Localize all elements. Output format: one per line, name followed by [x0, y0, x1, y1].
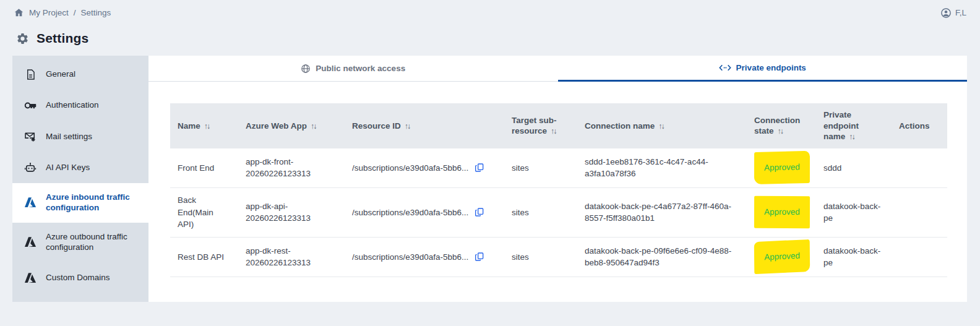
- cell-resource-id: /subscriptions/e39d0afa-5bb6...: [345, 148, 504, 188]
- sidebar-item-label: Authentication: [46, 100, 99, 111]
- sort-icon[interactable]: ↑↓: [658, 122, 664, 131]
- sort-icon[interactable]: ↑↓: [204, 122, 210, 131]
- connection-state-badge: Approved: [754, 196, 810, 228]
- sidebar-item-label: Azure inbound traffic configuration: [46, 192, 140, 213]
- tab-label: Private endpoints: [736, 63, 806, 72]
- col-header-resource-id[interactable]: Resource ID↑↓: [345, 103, 504, 148]
- sidebar-item-azure-outbound-traffic[interactable]: Azure outbound traffic configuration: [12, 223, 148, 262]
- private-endpoints-table-wrap: Name↑↓ Azure Web App↑↓ Resource ID↑↓ Tar…: [170, 103, 947, 277]
- user-name: F,L: [955, 8, 966, 17]
- cell-connection-name: datakook-back-pe-c4a677a2-87ff-460a-8557…: [577, 188, 747, 238]
- connection-state-badge: Approved: [754, 151, 810, 184]
- col-header-connection-state[interactable]: Connection state↑↓: [747, 103, 816, 148]
- sort-icon[interactable]: ↑↓: [405, 122, 410, 131]
- connection-state-badge: Approved: [754, 239, 810, 274]
- cell-target-sub-resource: sites: [504, 188, 577, 238]
- sidebar-item-label: Custom Domains: [46, 273, 110, 283]
- breadcrumb-project[interactable]: My Project: [29, 8, 69, 17]
- col-header-private-endpoint-name[interactable]: Private endpoint name↑↓: [816, 103, 892, 148]
- tab-bar: Public network access Private endpoints: [148, 56, 967, 82]
- cell-connection-state: Approved: [747, 148, 816, 188]
- home-icon[interactable]: [14, 7, 24, 18]
- cell-connection-state: Approved: [747, 237, 816, 277]
- sidebar-item-label: Azure outbound traffic configuration: [46, 232, 140, 253]
- table-row: Front End app-dk-front-20260226123313 /s…: [170, 148, 947, 188]
- cell-name: Back End(Main API): [170, 188, 238, 238]
- sidebar-item-general[interactable]: General: [12, 59, 148, 90]
- copy-icon[interactable]: [475, 163, 484, 173]
- cell-connection-state: Approved: [747, 188, 816, 238]
- sort-icon[interactable]: ↑↓: [778, 127, 783, 135]
- sidebar-item-mail-settings[interactable]: Mail settings: [12, 121, 148, 152]
- globe-icon: [301, 64, 311, 74]
- cell-private-endpoint-name: datakook-back-pe: [816, 237, 892, 277]
- copy-icon[interactable]: [475, 252, 484, 262]
- gear-icon: [16, 32, 29, 45]
- key-icon: [24, 99, 37, 112]
- table-header-row: Name↑↓ Azure Web App↑↓ Resource ID↑↓ Tar…: [170, 103, 947, 148]
- sidebar-item-ai-api-keys[interactable]: AI API Keys: [12, 152, 148, 183]
- cell-name: Rest DB API: [170, 237, 238, 277]
- settings-panel: Public network access Private endpoints: [148, 56, 967, 302]
- breadcrumb: My Project / Settings: [14, 7, 111, 18]
- sidebar-item-label: Mail settings: [46, 132, 92, 142]
- cell-azure-web-app: app-dk-api-20260226123313: [238, 188, 345, 238]
- sidebar-item-label: General: [46, 69, 75, 80]
- robot-icon: [24, 161, 37, 174]
- cell-connection-name: datakook-back-pe-09f6e6e6-cf09-4e88-beb8…: [577, 237, 747, 277]
- sidebar-item-authentication[interactable]: Authentication: [12, 90, 148, 121]
- tab-private-endpoints[interactable]: Private endpoints: [558, 56, 968, 82]
- document-icon: [24, 69, 37, 80]
- table-row: Rest DB API app-dk-rest-20260226123313 /…: [170, 237, 947, 277]
- cell-azure-web-app: app-dk-rest-20260226123313: [238, 237, 345, 277]
- settings-sidebar: General Authentication Mail settings: [12, 56, 148, 302]
- col-header-actions: Actions: [892, 103, 947, 148]
- sort-icon[interactable]: ↑↓: [849, 132, 854, 141]
- sidebar-item-azure-inbound-traffic[interactable]: Azure inbound traffic configuration: [12, 183, 148, 223]
- private-endpoints-table: Name↑↓ Azure Web App↑↓ Resource ID↑↓ Tar…: [170, 103, 947, 277]
- cell-connection-name: sddd-1eeb8176-361c-4c47-ac44-a3fa10a78f3…: [577, 148, 747, 188]
- page-title: Settings: [37, 31, 88, 46]
- col-header-name[interactable]: Name↑↓: [170, 103, 238, 148]
- breadcrumb-current: Settings: [81, 8, 111, 17]
- cell-actions: [892, 188, 947, 238]
- table-row: Back End(Main API) app-dk-api-2026022612…: [170, 188, 947, 238]
- user-menu[interactable]: F,L: [940, 7, 966, 19]
- mail-gear-icon: [24, 131, 37, 143]
- tab-public-network-access[interactable]: Public network access: [148, 56, 558, 82]
- sort-icon[interactable]: ↑↓: [311, 122, 316, 131]
- sidebar-item-custom-domains[interactable]: Custom Domains: [12, 262, 148, 294]
- cell-actions: [892, 237, 947, 277]
- cell-name: Front End: [170, 148, 238, 188]
- page-header: Settings: [0, 22, 980, 52]
- cell-resource-id: /subscriptions/e39d0afa-5bb6...: [345, 237, 504, 277]
- azure-icon: [24, 196, 37, 210]
- breadcrumb-separator: /: [74, 8, 76, 17]
- top-bar: My Project / Settings F,L: [0, 0, 980, 22]
- cell-private-endpoint-name: sddd: [816, 148, 892, 188]
- user-avatar-icon: [940, 7, 952, 19]
- azure-icon: [24, 272, 37, 285]
- azure-icon: [24, 236, 37, 249]
- col-header-target-sub-resource[interactable]: Target sub-resource↑↓: [504, 103, 577, 148]
- cell-target-sub-resource: sites: [504, 237, 577, 277]
- col-header-azure-web-app[interactable]: Azure Web App↑↓: [238, 103, 345, 148]
- cell-private-endpoint-name: datakook-back-pe: [816, 188, 892, 238]
- cell-actions: [892, 148, 947, 188]
- sidebar-item-label: AI API Keys: [46, 163, 90, 173]
- col-header-connection-name[interactable]: Connection name↑↓: [577, 103, 747, 148]
- cell-target-sub-resource: sites: [504, 148, 577, 188]
- sort-icon[interactable]: ↑↓: [551, 127, 556, 135]
- copy-icon[interactable]: [475, 207, 484, 217]
- cell-azure-web-app: app-dk-front-20260226123313: [238, 148, 345, 188]
- tab-label: Public network access: [316, 64, 405, 73]
- cell-resource-id: /subscriptions/e39d0afa-5bb6...: [345, 188, 504, 238]
- endpoint-arrows-icon: [719, 64, 731, 72]
